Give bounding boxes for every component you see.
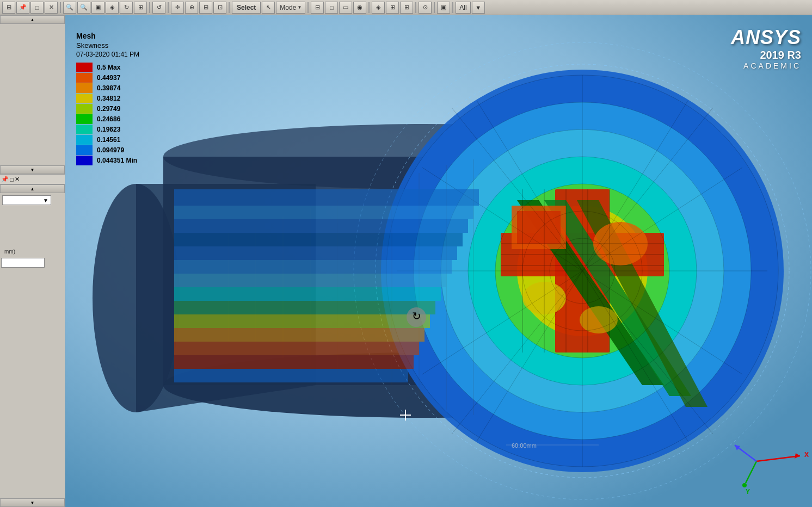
- main-toolbar: ⊞ 📌 □ ✕ 🔍 🔍 ▣ ◈ ↻ ⊞ ↺ ✛ ⊕ ⊞ ⊡ Select ↖ M…: [0, 0, 812, 15]
- legend-color-2: [76, 83, 93, 93]
- svg-text:↻: ↻: [412, 310, 421, 322]
- svg-point-79: [742, 483, 747, 487]
- sidebar-content-bottom: ▼ mm): [0, 193, 65, 498]
- sidebar-panel-bottom: 📌 □ ✕ ▲ ▼ mm): [0, 175, 65, 507]
- separator-6: [368, 2, 370, 13]
- mm-label: mm): [2, 248, 63, 256]
- scroll-up-button[interactable]: ▲: [0, 15, 65, 24]
- main-viewport[interactable]: ↻ X Y 60.00mm Mesh Skewness 07-03-202: [65, 15, 812, 507]
- legend-item-9: 0.044351 Min: [76, 156, 139, 165]
- separator-5: [307, 2, 309, 13]
- separator-4: [229, 2, 230, 13]
- mode-chevron: ▼: [297, 5, 302, 10]
- scroll-up-button-2[interactable]: ▲: [0, 184, 65, 193]
- legend-color-6: [76, 125, 93, 134]
- zoom-out-icon[interactable]: 🔍: [77, 2, 90, 14]
- scroll-down-button[interactable]: ▼: [0, 165, 65, 174]
- dropdown-icon[interactable]: ▼: [472, 2, 485, 14]
- pin-icon-bottom[interactable]: 📌: [1, 176, 9, 183]
- sidebar-content-top: [0, 24, 65, 165]
- zoom-in-icon[interactable]: 🔍: [63, 2, 76, 14]
- separator-8: [434, 2, 435, 13]
- svg-rect-63: [174, 274, 446, 287]
- sidebar-panel-top: ▲ ▼: [0, 15, 65, 175]
- legend-label-2: 0.39874: [97, 84, 120, 92]
- ansys-name: ANSYS: [731, 26, 801, 49]
- legend-label-5: 0.24686: [97, 115, 120, 123]
- vertex-icon[interactable]: ◉: [353, 2, 366, 14]
- svg-rect-60: [174, 233, 463, 246]
- legend-color-7: [76, 135, 93, 145]
- legend-color-4: [76, 104, 93, 114]
- view-3d-icon[interactable]: ◈: [106, 2, 119, 14]
- close-icon[interactable]: ✕: [45, 2, 58, 14]
- select-button[interactable]: Select: [232, 2, 261, 14]
- view-rotate-icon[interactable]: ↻: [120, 2, 133, 14]
- svg-rect-66: [174, 314, 430, 328]
- section-icon[interactable]: ⊙: [419, 2, 432, 14]
- left-sidebar: ▲ ▼ 📌 □ ✕ ▲ ▼ mm): [0, 15, 65, 507]
- sidebar-dropdown[interactable]: ▼: [2, 195, 51, 205]
- legend-color-5: [76, 114, 93, 124]
- svg-rect-62: [174, 260, 452, 274]
- ansys-edition: ACADEMIC: [731, 61, 801, 70]
- svg-rect-67: [174, 328, 425, 342]
- ansys-version: 2019 R3: [731, 49, 801, 61]
- mode-button[interactable]: Mode ▼: [276, 2, 305, 14]
- view-box-icon[interactable]: ▣: [91, 2, 104, 14]
- zoom-region-icon[interactable]: ⊡: [213, 2, 226, 14]
- svg-rect-59: [174, 219, 468, 233]
- legend-item-5: 0.24686: [76, 114, 139, 124]
- move-icon[interactable]: ✛: [171, 2, 184, 14]
- legend-item-7: 0.14561: [76, 135, 139, 145]
- svg-rect-57: [174, 189, 479, 206]
- legend-color-3: [76, 94, 93, 103]
- edge-icon[interactable]: ▭: [339, 2, 352, 14]
- mode-label: Mode: [280, 4, 296, 11]
- scroll-down-button-2[interactable]: ▼: [0, 498, 65, 507]
- separator-3: [168, 2, 169, 13]
- legend-title: Mesh: [76, 32, 139, 40]
- legend-color-9: [76, 156, 93, 165]
- svg-rect-69: [174, 355, 414, 369]
- svg-point-5: [93, 184, 180, 412]
- legend-label-4: 0.29749: [97, 105, 120, 113]
- svg-rect-70: [174, 369, 408, 382]
- refresh-icon[interactable]: ↺: [152, 2, 165, 14]
- legend-color-0: [76, 63, 93, 72]
- svg-marker-19: [517, 211, 561, 244]
- mesh-icon[interactable]: ⊟: [311, 2, 324, 14]
- legend-label-7: 0.14561: [97, 136, 120, 144]
- body-icon[interactable]: ◈: [372, 2, 385, 14]
- legend-label-0: 0.5 Max: [97, 64, 120, 71]
- separator-2: [149, 2, 150, 13]
- legend-item-0: 0.5 Max: [76, 63, 139, 72]
- separator-7: [415, 2, 416, 13]
- zoom-box-icon[interactable]: ⊞: [199, 2, 212, 14]
- window-icon-bottom[interactable]: □: [10, 176, 14, 183]
- svg-rect-64: [174, 287, 441, 301]
- legend-item-3: 0.34812: [76, 94, 139, 103]
- legend-panel: Mesh Skewness 07-03-2020 01:41 PM 0.5 Ma…: [76, 32, 139, 166]
- legend-label-1: 0.44937: [97, 74, 120, 82]
- close-icon-bottom[interactable]: ✕: [15, 176, 20, 183]
- multi-icon[interactable]: ⊞: [386, 2, 399, 14]
- table-icon[interactable]: ⊞: [400, 2, 413, 14]
- legend-item-6: 0.19623: [76, 125, 139, 134]
- face-icon[interactable]: □: [325, 2, 338, 14]
- all-button[interactable]: All: [456, 2, 470, 14]
- legend-label-8: 0.094979: [97, 146, 124, 154]
- zoom-fit-icon[interactable]: ⊕: [185, 2, 198, 14]
- sidebar-input-field[interactable]: [1, 258, 45, 268]
- svg-text:X: X: [804, 451, 809, 459]
- legend-subtitle: Skewness: [76, 41, 139, 50]
- separator-1: [60, 2, 61, 13]
- legend-item-2: 0.39874: [76, 83, 139, 93]
- window-icon[interactable]: ⊞: [2, 2, 15, 14]
- view-grid-icon[interactable]: ⊞: [134, 2, 147, 14]
- cursor-icon[interactable]: ↖: [262, 2, 275, 14]
- legend-label-6: 0.19623: [97, 126, 120, 133]
- maximize-icon[interactable]: □: [30, 2, 44, 14]
- pin-icon[interactable]: 📌: [16, 2, 29, 14]
- stats-icon[interactable]: ▣: [437, 2, 450, 14]
